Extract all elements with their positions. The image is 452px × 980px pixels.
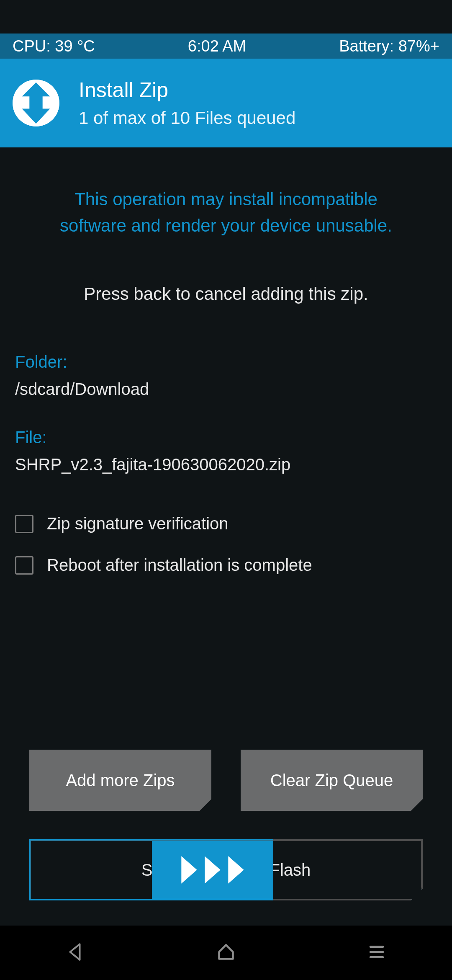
swipe-to-confirm[interactable]: Swipe to confirm Flash	[29, 839, 423, 900]
file-value: SHRP_v2.3_fajita-190630062020.zip	[15, 455, 437, 474]
reboot-after-label: Reboot after installation is complete	[47, 556, 312, 575]
folder-block: Folder: /sdcard/Download	[15, 353, 437, 399]
button-row: Add more Zips Clear Zip Queue	[15, 750, 437, 811]
file-block: File: SHRP_v2.3_fajita-190630062020.zip	[15, 428, 437, 474]
svg-marker-2	[205, 856, 220, 883]
nav-home-button[interactable]	[216, 941, 236, 964]
nav-menu-button[interactable]	[366, 941, 387, 964]
content-area: This operation may install incompatible …	[0, 147, 452, 926]
battery-status: Battery: 87%+	[339, 37, 439, 55]
title-bar: Install Zip 1 of max of 10 Files queued	[0, 59, 452, 147]
top-gap	[0, 0, 452, 34]
twrp-logo-icon	[13, 80, 59, 126]
warning-line2: software and render your device unusable…	[60, 216, 392, 235]
zip-verify-checkbox[interactable]	[15, 515, 33, 533]
clear-zip-queue-button[interactable]: Clear Zip Queue	[241, 750, 423, 811]
chevron-right-icon	[178, 855, 200, 885]
status-bar: CPU: 39 °C 6:02 AM Battery: 87%+	[0, 34, 452, 59]
warning-line1: This operation may install incompatible	[74, 189, 378, 209]
folder-label: Folder:	[15, 353, 437, 371]
chevron-right-icon	[201, 855, 224, 885]
back-icon	[65, 941, 86, 962]
add-more-zips-button[interactable]: Add more Zips	[29, 750, 211, 811]
home-icon	[216, 941, 236, 962]
zip-verify-checkbox-row[interactable]: Zip signature verification	[15, 514, 437, 533]
clear-zip-queue-label: Clear Zip Queue	[270, 771, 393, 790]
clock: 6:02 AM	[188, 37, 246, 55]
zip-verify-label: Zip signature verification	[47, 514, 229, 533]
reboot-after-checkbox[interactable]	[15, 556, 33, 575]
instruction-text: Press back to cancel adding this zip.	[15, 284, 437, 304]
add-more-zips-label: Add more Zips	[66, 771, 175, 790]
svg-marker-3	[228, 856, 244, 883]
warning-text: This operation may install incompatible …	[15, 186, 437, 239]
cpu-temp: CPU: 39 °C	[13, 37, 95, 55]
chevron-right-icon	[225, 855, 247, 885]
title-text: Install Zip 1 of max of 10 Files queued	[79, 78, 295, 128]
nav-bar	[0, 926, 452, 980]
page-title: Install Zip	[79, 78, 295, 102]
menu-icon	[366, 941, 387, 962]
file-label: File:	[15, 428, 437, 447]
nav-back-button[interactable]	[65, 941, 86, 964]
spacer	[15, 575, 437, 750]
svg-marker-1	[181, 856, 197, 883]
page-subtitle: 1 of max of 10 Files queued	[79, 108, 295, 128]
reboot-after-checkbox-row[interactable]: Reboot after installation is complete	[15, 556, 437, 575]
folder-value: /sdcard/Download	[15, 380, 437, 399]
swipe-handle[interactable]	[152, 839, 273, 900]
